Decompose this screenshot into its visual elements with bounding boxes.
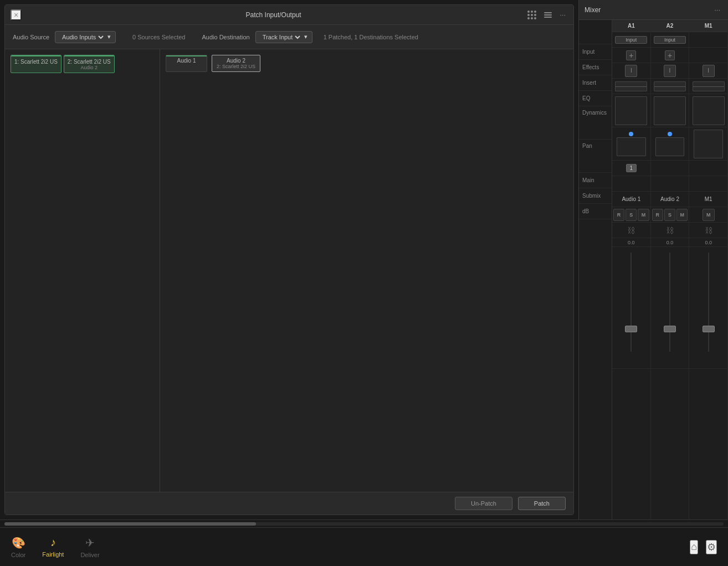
nav-actions: ⌂ ⚙ [690, 540, 717, 554]
m1-pan-area[interactable] [693, 130, 725, 158]
mixer-a2-main [651, 161, 689, 176]
a2-effects-add[interactable]: + [665, 50, 675, 60]
mixer-a1-db-val: 0.0 [612, 238, 650, 247]
mixer-a1-insert: I [612, 63, 650, 79]
mixer-ellipsis-icon: ··· [714, 6, 720, 14]
dest-track-2-name: Audio 2 [217, 58, 255, 64]
mixer-input-label: Input [579, 44, 612, 60]
a2-fader-handle[interactable] [664, 326, 676, 332]
a2-link-icon[interactable]: ⛓ [666, 226, 674, 235]
mixer-channels: Input Effects Insert EQ Dynamics Pan Mai… [579, 20, 728, 519]
a1-insert-btn[interactable]: I [625, 65, 637, 77]
list-view-button[interactable] [542, 9, 554, 20]
source-track-1-name: 1: Scarlett 2i2 US [14, 59, 58, 65]
a2-insert-btn[interactable]: I [664, 65, 676, 77]
m1-fader-track [708, 253, 709, 352]
m1-insert-btn[interactable]: I [703, 65, 715, 77]
patch-actions: Un-Patch Patch [5, 492, 573, 514]
mixer-a2-input: Input [651, 32, 689, 48]
more-options-button[interactable]: ··· [557, 9, 568, 20]
mixer-panel: Mixer ··· Input Effects Insert EQ Dynami… [578, 0, 728, 519]
a2-pan-area[interactable] [654, 130, 686, 158]
settings-button[interactable]: ⚙ [706, 540, 717, 554]
a2-dynamics-box[interactable] [654, 96, 686, 125]
mixer-channel-m1: M1 I M1 [689, 20, 728, 519]
close-button[interactable]: × [11, 9, 22, 20]
a1-fader-handle[interactable] [625, 326, 637, 332]
a1-effects-add[interactable]: + [626, 50, 636, 60]
a1-dynamics-box[interactable] [615, 96, 647, 125]
a2-record-btn[interactable]: R [652, 209, 663, 221]
nav-tab-deliver[interactable]: ✈ Deliver [80, 536, 99, 558]
a1-mute-btn[interactable]: M [638, 209, 649, 221]
mixer-m1-eq [689, 79, 727, 94]
a2-eq-bar[interactable] [654, 81, 686, 91]
mixer-a2-fader[interactable] [651, 247, 689, 369]
m1-mute-btn[interactable]: M [703, 209, 715, 221]
bottom-nav: 🎨 Color ♪ Fairlight ✈ Deliver ⌂ ⚙ [0, 527, 728, 566]
grid-icon [527, 11, 536, 19]
audio-destination-select[interactable]: Track Input [260, 33, 302, 41]
a1-main-badge[interactable]: 1 [626, 164, 637, 172]
mixer-ch-m1-header: M1 [689, 20, 727, 32]
audio-source-dropdown[interactable]: Audio Inputs ▾ [55, 31, 116, 43]
mixer-ch-a2-header: A2 [651, 20, 689, 32]
m1-eq-bar[interactable] [693, 81, 725, 91]
a2-solo-btn[interactable]: S [664, 209, 675, 221]
mixer-m1-dynamics [689, 94, 727, 127]
mixer-dynamics-label: Dynamics [579, 106, 612, 140]
mixer-m1-fader[interactable] [689, 247, 727, 369]
nav-tab-color[interactable]: 🎨 Color [11, 536, 25, 558]
m1-dynamics-box[interactable] [693, 96, 725, 125]
scroll-track[interactable] [4, 522, 724, 526]
source-track-2-sub: Audio 2 [68, 65, 111, 70]
grid-view-button[interactable] [525, 9, 539, 20]
scroll-thumb[interactable] [4, 522, 256, 526]
a1-solo-btn[interactable]: S [626, 209, 637, 221]
track-line-1 [11, 55, 61, 56]
mixer-a1-link: ⛓ [612, 223, 650, 238]
nav-tab-fairlight[interactable]: ♪ Fairlight [42, 536, 64, 558]
unpatch-button[interactable]: Un-Patch [455, 497, 512, 510]
dest-track-2[interactable]: Audio 2 2: Scarlett 2i2 US [212, 55, 260, 72]
patch-button[interactable]: Patch [518, 497, 566, 510]
a1-input-pill[interactable]: Input [615, 36, 647, 44]
a2-mute-btn[interactable]: M [676, 209, 688, 221]
mixer-a2-submix [651, 176, 689, 192]
audio-source-select[interactable]: Audio Inputs [60, 33, 105, 41]
mixer-a2-name: Audio 2 [651, 192, 689, 207]
a1-pan-area[interactable] [615, 130, 647, 158]
dest-track-1[interactable]: Audio 1 [166, 55, 207, 72]
mixer-m1-main [689, 161, 727, 176]
chevron-down-icon: ▾ [107, 33, 111, 40]
destinations-count: 1 Patched, 1 Destinations Selected [324, 34, 418, 40]
mixer-channel-a2: A2 Input + I [651, 20, 690, 519]
a1-eq-bar[interactable] [615, 81, 647, 91]
a2-input-pill[interactable]: Input [654, 36, 686, 44]
home-button[interactable]: ⌂ [690, 540, 698, 554]
a1-link-icon[interactable]: ⛓ [627, 226, 635, 235]
source-track-1[interactable]: 1: Scarlett 2i2 US [11, 55, 61, 73]
mixer-main-label: Main [579, 173, 612, 188]
mixer-a2-effects[interactable]: + [651, 48, 689, 63]
m1-pan-box[interactable] [694, 130, 722, 158]
a2-pan-dot [668, 132, 672, 136]
audio-destination-dropdown[interactable]: Track Input ▾ [255, 31, 312, 43]
mixer-a1-eq [612, 79, 650, 94]
mixer-more-button[interactable]: ··· [712, 4, 722, 15]
nav-tab-color-label: Color [11, 552, 25, 558]
a1-pan-box[interactable] [617, 137, 645, 156]
mixer-db-label: dB [579, 204, 612, 219]
source-track-2[interactable]: 2: Scarlett 2i2 US Audio 2 [64, 55, 115, 73]
mixer-a1-effects[interactable]: + [612, 48, 650, 63]
color-icon: 🎨 [12, 536, 25, 549]
a2-pan-box[interactable] [655, 137, 684, 156]
home-icon: ⌂ [691, 541, 697, 552]
mixer-a1-fader[interactable] [612, 247, 650, 369]
chevron-down-icon-2: ▾ [304, 33, 307, 40]
audio-source-label: Audio Source [13, 34, 49, 40]
nav-tab-deliver-label: Deliver [80, 552, 99, 558]
m1-fader-handle[interactable] [703, 326, 715, 332]
m1-link-icon[interactable]: ⛓ [705, 226, 712, 235]
a1-record-btn[interactable]: R [613, 209, 624, 221]
